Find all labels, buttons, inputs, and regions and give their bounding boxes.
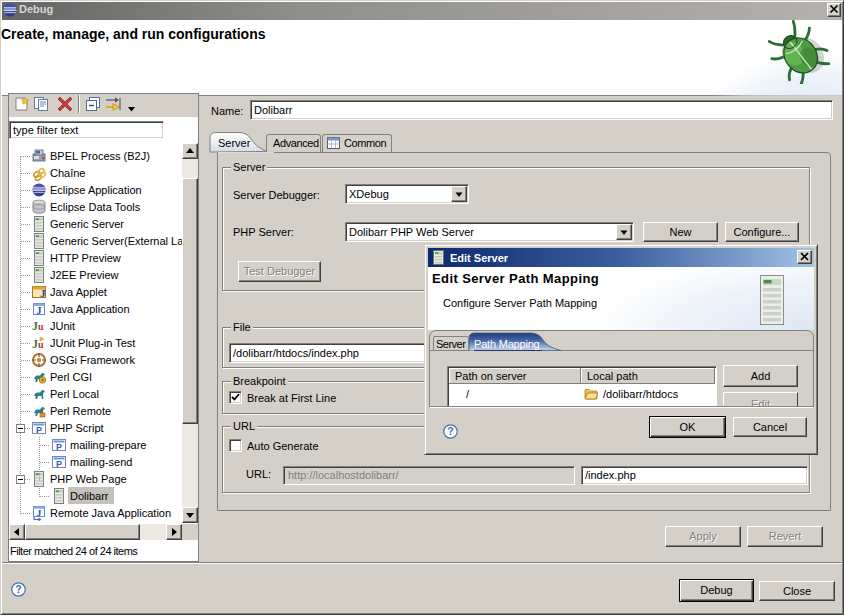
svg-text:J: J (37, 305, 42, 316)
svg-text:u: u (38, 321, 44, 332)
svg-text:P: P (56, 459, 62, 469)
svg-text:J: J (40, 287, 46, 299)
svg-text:P: P (36, 425, 42, 435)
svg-text:J: J (37, 508, 42, 518)
svg-text:?: ? (15, 583, 21, 595)
svg-text:?: ? (447, 425, 453, 437)
svg-text:P: P (56, 442, 62, 452)
